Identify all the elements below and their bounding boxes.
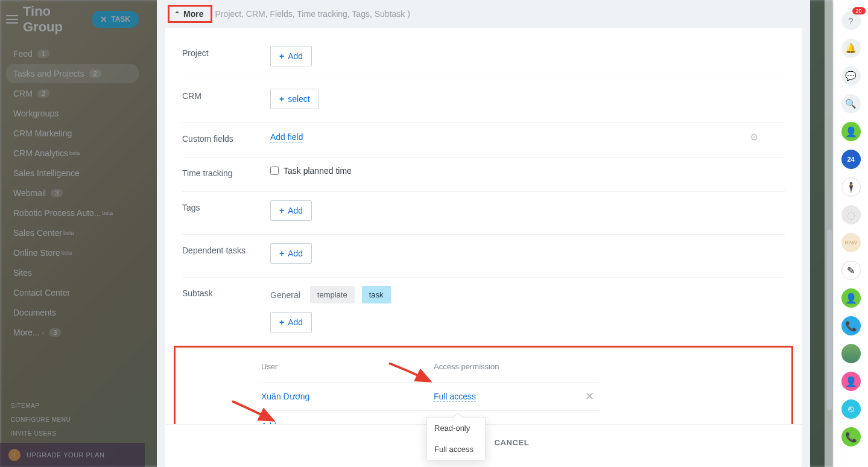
- perm-header-user: User: [261, 362, 434, 371]
- perm-user-name[interactable]: Xuân Dương: [261, 392, 434, 401]
- access-option-fullaccess[interactable]: Full access: [427, 439, 485, 460]
- avatar-person[interactable]: 🕴: [841, 177, 861, 197]
- phone-icon-1[interactable]: 📞: [841, 316, 861, 335]
- subtask-template-chip[interactable]: template: [310, 286, 355, 303]
- avatar-1[interactable]: 👤: [841, 122, 861, 141]
- project-add-button[interactable]: +Add: [270, 46, 312, 66]
- access-option-readonly[interactable]: Read-only: [427, 418, 485, 439]
- tags-add-button[interactable]: +Add: [270, 200, 312, 221]
- chevron-up-icon: ⌃: [174, 10, 180, 18]
- bell-icon[interactable]: 🔔: [841, 39, 861, 58]
- help-icon[interactable]: ?: [841, 11, 861, 30]
- subtask-label: Subtask: [182, 286, 270, 298]
- avatar-pen[interactable]: ✎: [841, 261, 861, 280]
- project-label: Project: [182, 46, 270, 58]
- more-toggle[interactable]: ⌃ More: [168, 5, 212, 23]
- scrollbar-thumb[interactable]: [827, 229, 832, 410]
- add-field-link[interactable]: Add field: [270, 132, 303, 143]
- avatar-grey[interactable]: ◌: [841, 205, 861, 224]
- avatar-raw[interactable]: RAW: [841, 233, 861, 252]
- dependent-add-button[interactable]: +Add: [270, 243, 312, 264]
- subtask-general-label: General: [270, 290, 300, 300]
- right-rail: ? 🔔 💬 🔍 👤 24 🕴 ◌ RAW ✎ 👤 📞 👤 ⎋ 📞: [833, 0, 868, 467]
- custom-fields-label: Custom fields: [182, 132, 270, 144]
- planned-time-label: Task planned time: [284, 166, 352, 176]
- subtask-task-chip[interactable]: task: [362, 286, 391, 303]
- crm-label: CRM: [182, 89, 270, 101]
- logout-icon[interactable]: ⎋: [841, 399, 861, 419]
- avatar-pink[interactable]: 👤: [841, 372, 861, 391]
- crm-select-button[interactable]: +select: [270, 89, 319, 109]
- tags-label: Tags: [182, 200, 270, 212]
- planned-time-checkbox[interactable]: [270, 167, 279, 175]
- phone-icon-2[interactable]: 📞: [841, 427, 861, 446]
- chat-icon[interactable]: 💬: [841, 66, 861, 86]
- time-tracking-label: Time tracking: [182, 166, 270, 178]
- perm-header-access: Access permission: [434, 362, 499, 371]
- avatar-photo[interactable]: [841, 344, 861, 363]
- task-modal: ⌃ More Project, CRM, Fields, Time tracki…: [157, 0, 810, 467]
- search-icon[interactable]: 🔍: [841, 94, 861, 113]
- avatar-24[interactable]: 24: [841, 150, 861, 169]
- avatar-2[interactable]: 👤: [841, 288, 861, 308]
- access-dropdown: Read-only Full access: [426, 417, 486, 460]
- dependent-tasks-label: Dependent tasks: [182, 243, 270, 255]
- gear-icon[interactable]: ⚙: [750, 132, 758, 143]
- more-crumbs: Project, CRM, Fields, Time tracking, Tag…: [215, 9, 410, 19]
- perm-remove-icon[interactable]: ✕: [585, 390, 594, 403]
- perm-access-select[interactable]: Full access: [434, 392, 476, 402]
- subtask-add-button[interactable]: +Add: [270, 312, 312, 332]
- cancel-button[interactable]: CANCEL: [495, 438, 530, 447]
